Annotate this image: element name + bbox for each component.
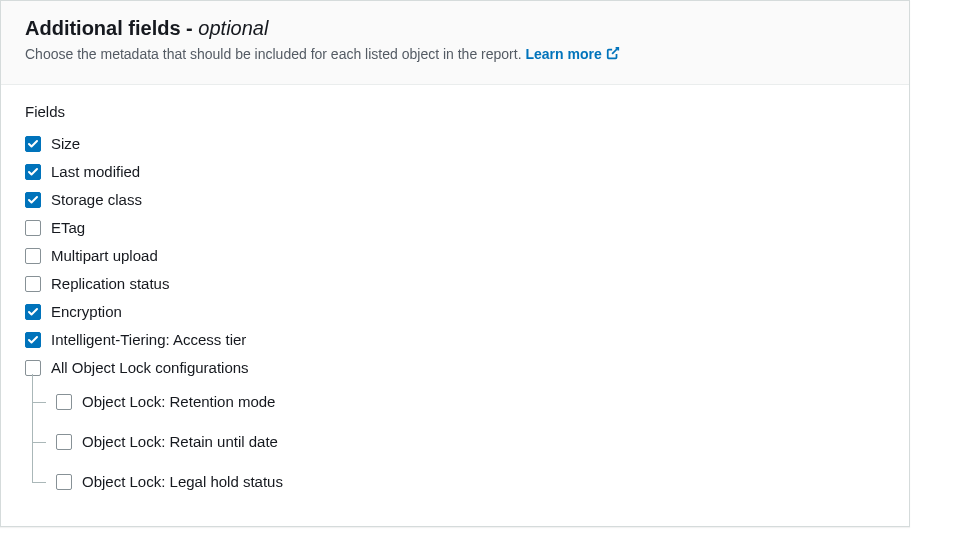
- fields-section-label: Fields: [25, 103, 885, 120]
- label-multipart-upload[interactable]: Multipart upload: [51, 246, 158, 266]
- checkbox-object-lock-all[interactable]: [25, 360, 41, 376]
- title-main: Additional fields: [25, 17, 181, 39]
- label-replication-status[interactable]: Replication status: [51, 274, 169, 294]
- field-row-intelligent-tiering: Intelligent-Tiering: Access tier: [25, 326, 885, 354]
- title-optional: optional: [198, 17, 268, 39]
- checkbox-object-lock-retention-mode[interactable]: [56, 394, 72, 410]
- checkbox-encryption[interactable]: [25, 304, 41, 320]
- label-object-lock-retention-mode[interactable]: Object Lock: Retention mode: [82, 393, 275, 410]
- field-row-replication-status: Replication status: [25, 270, 885, 298]
- label-size[interactable]: Size: [51, 134, 80, 154]
- checkbox-storage-class[interactable]: [25, 192, 41, 208]
- label-object-lock-legal-hold[interactable]: Object Lock: Legal hold status: [82, 473, 283, 490]
- panel-header: Additional fields - optional Choose the …: [1, 1, 909, 85]
- title-separator: -: [181, 17, 199, 39]
- checkbox-last-modified[interactable]: [25, 164, 41, 180]
- field-row-storage-class: Storage class: [25, 186, 885, 214]
- field-row-multipart-upload: Multipart upload: [25, 242, 885, 270]
- label-object-lock-retain-until[interactable]: Object Lock: Retain until date: [82, 433, 278, 450]
- panel-body: Fields Size Last modified Storage class …: [1, 85, 909, 526]
- field-row-encryption: Encryption: [25, 298, 885, 326]
- nested-object-lock-container: Object Lock: Retention mode Object Lock:…: [32, 382, 885, 502]
- field-row-object-lock-retain-until: Object Lock: Retain until date: [32, 422, 885, 462]
- panel-title: Additional fields - optional: [25, 17, 885, 40]
- field-row-object-lock-retention-mode: Object Lock: Retention mode: [32, 382, 885, 422]
- tree-connector-icon: [32, 428, 56, 456]
- additional-fields-panel: Additional fields - optional Choose the …: [0, 0, 910, 527]
- field-row-object-lock-legal-hold: Object Lock: Legal hold status: [32, 462, 885, 502]
- checkbox-replication-status[interactable]: [25, 276, 41, 292]
- panel-subtitle: Choose the metadata that should be inclu…: [25, 44, 885, 66]
- label-last-modified[interactable]: Last modified: [51, 162, 140, 182]
- field-row-object-lock-all: All Object Lock configurations: [25, 354, 885, 382]
- label-storage-class[interactable]: Storage class: [51, 190, 142, 210]
- learn-more-link[interactable]: Learn more: [525, 46, 619, 62]
- tree-connector-icon: [32, 468, 56, 496]
- label-intelligent-tiering[interactable]: Intelligent-Tiering: Access tier: [51, 330, 246, 350]
- field-row-size: Size: [25, 130, 885, 158]
- external-link-icon: [606, 45, 620, 66]
- checkbox-multipart-upload[interactable]: [25, 248, 41, 264]
- checkbox-object-lock-legal-hold[interactable]: [56, 474, 72, 490]
- checkbox-size[interactable]: [25, 136, 41, 152]
- checkbox-intelligent-tiering[interactable]: [25, 332, 41, 348]
- field-row-last-modified: Last modified: [25, 158, 885, 186]
- checkbox-etag[interactable]: [25, 220, 41, 236]
- tree-connector-icon: [32, 388, 56, 416]
- label-encryption[interactable]: Encryption: [51, 302, 122, 322]
- checkbox-object-lock-retain-until[interactable]: [56, 434, 72, 450]
- field-row-etag: ETag: [25, 214, 885, 242]
- learn-more-text: Learn more: [525, 46, 601, 62]
- label-object-lock-all[interactable]: All Object Lock configurations: [51, 358, 249, 378]
- subtitle-text: Choose the metadata that should be inclu…: [25, 46, 525, 62]
- label-etag[interactable]: ETag: [51, 218, 85, 238]
